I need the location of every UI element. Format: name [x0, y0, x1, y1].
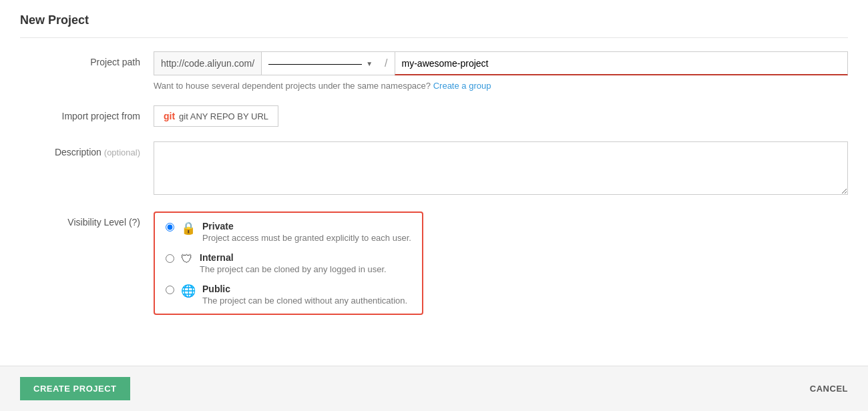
visibility-public-content: Public The project can be cloned without… [202, 284, 411, 306]
import-button-text: git ANY REPO BY URL [179, 111, 268, 121]
visibility-private-radio[interactable] [166, 223, 174, 232]
visibility-private-desc: Project access must be granted explicitl… [202, 233, 411, 243]
description-optional: (optional) [104, 147, 140, 157]
visibility-internal-title: Internal [200, 252, 411, 263]
globe-icon: 🌐 [181, 284, 196, 298]
cancel-button[interactable]: CANCEL [810, 384, 848, 394]
visibility-outline: 🔒 Private Project access must be granted… [154, 212, 423, 315]
project-name-input[interactable] [395, 51, 848, 75]
page-wrapper: New Project Project path http://code.ali… [0, 0, 868, 411]
namespace-select[interactable]: —————————— [261, 51, 378, 75]
shield-icon: 🛡 [181, 252, 193, 266]
git-icon: git [164, 111, 175, 121]
visibility-internal-option: 🛡 Internal The project can be cloned by … [166, 252, 411, 274]
visibility-private-option: 🔒 Private Project access must be granted… [166, 221, 411, 243]
description-content [154, 141, 848, 197]
import-project-group: Import project from git git ANY REPO BY … [20, 105, 848, 127]
project-path-row: http://code.aliyun.com/ —————————— / [154, 51, 848, 75]
lock-icon: 🔒 [181, 221, 196, 236]
create-group-link[interactable]: Create a group [433, 81, 491, 91]
visibility-public-radio[interactable] [166, 286, 174, 294]
path-hint: Want to house several dependent projects… [154, 81, 848, 91]
project-path-label: Project path [20, 51, 154, 67]
namespace-wrapper[interactable]: —————————— [261, 51, 378, 75]
main-content: New Project Project path http://code.ali… [0, 0, 868, 366]
path-slash: / [378, 51, 394, 75]
visibility-public-title: Public [202, 284, 411, 294]
visibility-label: Visibility Level (?) [20, 212, 154, 228]
visibility-public-desc: The project can be cloned without any au… [202, 296, 411, 306]
visibility-internal-content: Internal The project can be cloned by an… [200, 252, 411, 274]
visibility-content: 🔒 Private Project access must be granted… [154, 212, 848, 315]
import-label: Import project from [20, 105, 154, 121]
visibility-public-option: 🌐 Public The project can be cloned witho… [166, 284, 411, 306]
create-project-button[interactable]: CREATE PROJECT [20, 377, 130, 400]
import-content: git git ANY REPO BY URL [154, 105, 848, 127]
visibility-internal-desc: The project can be cloned by any logged … [200, 264, 411, 274]
project-path-content: http://code.aliyun.com/ —————————— / Wan… [154, 51, 848, 91]
description-group: Description (optional) [20, 141, 848, 197]
visibility-internal-radio[interactable] [166, 254, 174, 263]
visibility-private-title: Private [202, 221, 411, 232]
description-label: Description (optional) [20, 141, 154, 157]
visibility-private-content: Private Project access must be granted e… [202, 221, 411, 243]
import-git-button[interactable]: git git ANY REPO BY URL [154, 105, 278, 127]
footer-bar: CREATE PROJECT CANCEL [0, 366, 868, 411]
page-title: New Project [20, 13, 848, 38]
visibility-group: Visibility Level (?) 🔒 Private Project a… [20, 212, 848, 315]
path-base-url: http://code.aliyun.com/ [154, 51, 261, 75]
description-textarea[interactable] [154, 141, 848, 195]
project-path-group: Project path http://code.aliyun.com/ ———… [20, 51, 848, 91]
